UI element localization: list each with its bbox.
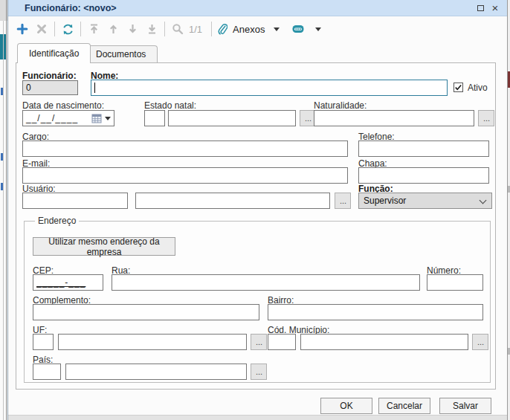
funcao-selected-value: Supervisor (364, 196, 406, 206)
ok-button[interactable]: OK (320, 398, 372, 414)
move-first-button[interactable] (84, 19, 103, 39)
delete-record-button[interactable] (32, 19, 51, 39)
naturalidade-input[interactable] (314, 110, 474, 126)
toolbar-separator (54, 22, 55, 36)
attachments-label[interactable]: Anexos (233, 24, 265, 35)
printer-icon (291, 23, 306, 35)
move-down-button[interactable] (123, 19, 142, 39)
cod-municipio-code-input[interactable] (268, 334, 296, 350)
arrow-down-icon (127, 23, 138, 35)
endereco-legend: Endereço (35, 216, 79, 226)
chapa-input[interactable] (358, 167, 489, 184)
background-window-sliver-right (507, 0, 510, 420)
toolbar-separator (80, 22, 81, 36)
numero-input[interactable] (427, 274, 483, 291)
text-caret (94, 83, 95, 93)
email-input[interactable] (22, 167, 348, 184)
background-text-fragment (1, 183, 3, 190)
same-address-button[interactable]: Utilizar mesmo endereço da empresa (33, 237, 175, 256)
arrow-up-to-bar-icon (88, 23, 100, 35)
cep-input[interactable] (33, 274, 103, 291)
funcionario-label: Funcionário: (22, 71, 77, 81)
usuario-browse-button[interactable]: ... (335, 193, 351, 209)
paperclip-icon (218, 23, 227, 36)
cod-municipio-browse-button[interactable]: ... (472, 334, 488, 350)
pais-name-input[interactable] (65, 364, 247, 380)
maximize-icon (477, 5, 484, 11)
record-counter: 1/1 (189, 24, 202, 35)
refresh-icon (62, 23, 74, 36)
tab-documentos[interactable]: Documentos (84, 45, 158, 62)
uf-name-input[interactable] (58, 334, 247, 350)
cod-municipio-name-input[interactable] (300, 334, 468, 350)
bairro-input[interactable] (268, 304, 483, 320)
background-window-sliver-left (0, 0, 7, 420)
rua-input[interactable] (112, 274, 420, 291)
maximize-button[interactable] (473, 1, 488, 15)
identificacao-tab-page: Funcionário: Nome: Ativo Data de nascime… (16, 62, 496, 390)
print-dropdown-icon[interactable] (315, 28, 321, 31)
calendar-dropdown-icon[interactable] (105, 117, 111, 120)
title-bar: Funcionário: <novo> × (8, 0, 507, 16)
data-nascimento-label: Data de nascimento: (22, 100, 104, 111)
complemento-input[interactable] (33, 304, 259, 320)
add-record-button[interactable] (13, 19, 32, 39)
naturalidade-label: Naturalidade: (314, 100, 367, 111)
save-button[interactable]: Salvar (439, 398, 491, 414)
estado-natal-name-input[interactable] (168, 110, 296, 126)
dialog-bottom-edge (8, 415, 507, 420)
background-edge-line (6, 0, 7, 420)
refresh-button[interactable] (58, 19, 77, 39)
usuario-name-input[interactable] (135, 193, 330, 209)
funcao-select[interactable]: Supervisor (358, 193, 492, 209)
usuario-code-input[interactable] (22, 193, 128, 209)
ativo-label[interactable]: Ativo (468, 83, 488, 93)
check-icon (454, 83, 462, 91)
pais-browse-button[interactable]: ... (251, 364, 267, 380)
ativo-checkbox[interactable] (453, 83, 463, 92)
data-nascimento-input[interactable]: __/__/____ (22, 110, 114, 126)
telefone-input[interactable] (358, 140, 489, 157)
pais-code-input[interactable] (33, 364, 61, 380)
date-mask: __/__/____ (26, 113, 91, 123)
background-text-fragment (1, 88, 3, 95)
window-title: Funcionário: <novo> (25, 3, 117, 13)
magnifier-icon (172, 23, 184, 35)
arrow-up-icon (108, 23, 119, 35)
funcionario-id-field (22, 80, 78, 95)
plus-icon (16, 23, 28, 35)
move-up-button[interactable] (103, 19, 123, 39)
uf-browse-button[interactable]: ... (251, 334, 267, 350)
toolbar-separator (211, 22, 212, 36)
uf-code-input[interactable] (33, 334, 54, 350)
close-button[interactable]: × (488, 1, 503, 15)
toolbar-separator (164, 22, 165, 36)
tab-identificacao[interactable]: Identificação (17, 43, 91, 63)
naturalidade-browse-button[interactable]: ... (478, 110, 494, 126)
estado-natal-label: Estado natal: (144, 100, 196, 111)
tab-label: Documentos (96, 49, 146, 59)
x-delete-icon (36, 24, 47, 34)
chevron-down-icon (480, 197, 487, 204)
background-edge-line (3, 21, 4, 420)
attachments-button[interactable] (215, 19, 230, 39)
attachments-dropdown-icon[interactable] (274, 28, 280, 31)
toolbar: 1/1 Anexos (8, 16, 507, 42)
cargo-input[interactable] (22, 140, 348, 157)
tab-label: Identificação (29, 48, 79, 59)
cancel-button[interactable]: Cancelar (378, 398, 430, 414)
arrow-down-to-bar-icon (146, 23, 158, 35)
estado-natal-code-input[interactable] (144, 110, 165, 126)
print-button[interactable] (288, 19, 308, 39)
close-icon: × (492, 2, 499, 13)
background-text-fragment (1, 153, 3, 161)
calendar-icon (91, 114, 102, 123)
move-last-button[interactable] (142, 19, 161, 39)
search-button[interactable] (168, 19, 187, 39)
employee-dialog: Funcionário: <novo> × (7, 0, 507, 420)
nome-input[interactable] (91, 80, 448, 96)
